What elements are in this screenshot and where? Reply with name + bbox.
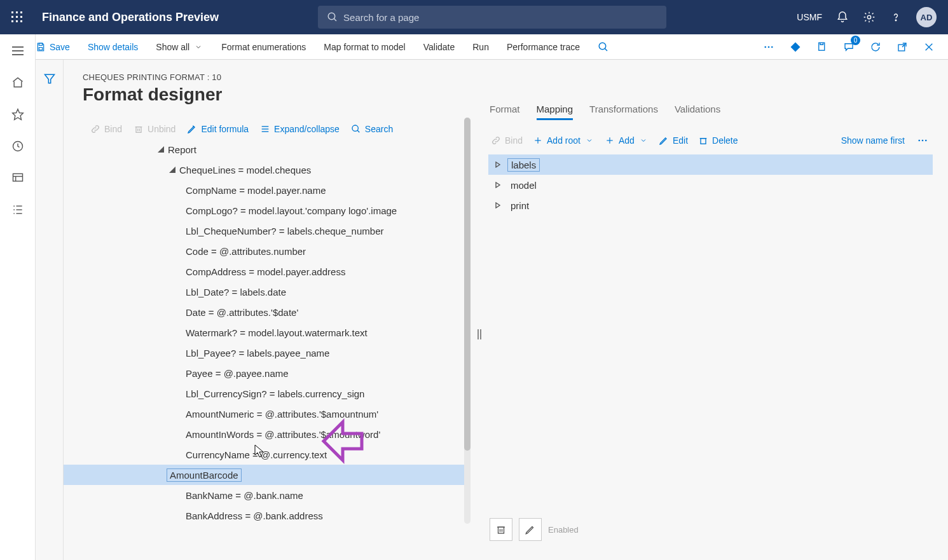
svg-rect-35 — [819, 43, 825, 50]
connector-icon[interactable] — [788, 39, 803, 55]
svg-rect-28 — [39, 47, 42, 50]
bell-icon[interactable] — [836, 11, 849, 24]
svg-rect-5 — [20, 16, 22, 18]
svg-rect-8 — [20, 20, 22, 22]
save-label: Save — [50, 42, 70, 52]
messages-icon[interactable]: 0 — [841, 39, 856, 55]
help-icon[interactable] — [890, 11, 902, 24]
close-icon[interactable] — [921, 39, 937, 55]
svg-rect-2 — [20, 11, 22, 13]
search-icon — [327, 11, 338, 23]
show-details-button[interactable]: Show details — [88, 42, 138, 52]
attach-icon[interactable] — [814, 39, 830, 55]
format-enumerations-button[interactable]: Format enumerations — [221, 42, 306, 52]
more-icon[interactable] — [761, 39, 776, 55]
save-icon — [36, 42, 46, 52]
svg-point-11 — [867, 15, 870, 18]
hamburger-icon[interactable] — [10, 43, 25, 58]
global-search[interactable] — [318, 6, 666, 29]
cmd-search-button[interactable] — [598, 41, 609, 53]
svg-point-12 — [895, 20, 896, 21]
app-title: Finance and Operations Preview — [42, 11, 219, 24]
svg-line-30 — [605, 48, 607, 51]
svg-point-32 — [768, 46, 770, 48]
performance-trace-button[interactable]: Performance trace — [507, 42, 580, 52]
run-button[interactable]: Run — [472, 42, 489, 52]
svg-rect-6 — [11, 20, 13, 22]
chevron-down-icon — [193, 42, 203, 52]
svg-rect-0 — [11, 11, 13, 13]
show-all-button[interactable]: Show all — [156, 42, 203, 52]
show-all-label: Show all — [156, 42, 189, 52]
gear-icon[interactable] — [863, 11, 876, 24]
svg-rect-4 — [16, 16, 18, 18]
company-code[interactable]: USMF — [797, 12, 822, 22]
global-search-input[interactable] — [343, 12, 657, 23]
map-format-model-button[interactable]: Map format to model — [324, 42, 405, 52]
svg-rect-1 — [16, 11, 18, 13]
save-button[interactable]: Save — [36, 42, 70, 52]
svg-point-9 — [328, 13, 335, 20]
svg-rect-27 — [39, 43, 42, 45]
svg-rect-7 — [16, 20, 18, 22]
svg-rect-3 — [11, 16, 13, 18]
avatar[interactable]: AD — [916, 7, 937, 27]
svg-point-31 — [764, 46, 766, 48]
app-launcher-icon[interactable] — [6, 6, 28, 28]
validate-button[interactable]: Validate — [423, 42, 455, 52]
refresh-icon[interactable] — [868, 39, 883, 55]
messages-badge: 0 — [851, 36, 860, 45]
popout-icon[interactable] — [895, 39, 910, 55]
svg-point-33 — [771, 46, 773, 48]
svg-marker-34 — [791, 42, 800, 51]
svg-point-29 — [599, 43, 606, 50]
svg-line-10 — [334, 18, 336, 21]
svg-line-37 — [902, 43, 906, 47]
